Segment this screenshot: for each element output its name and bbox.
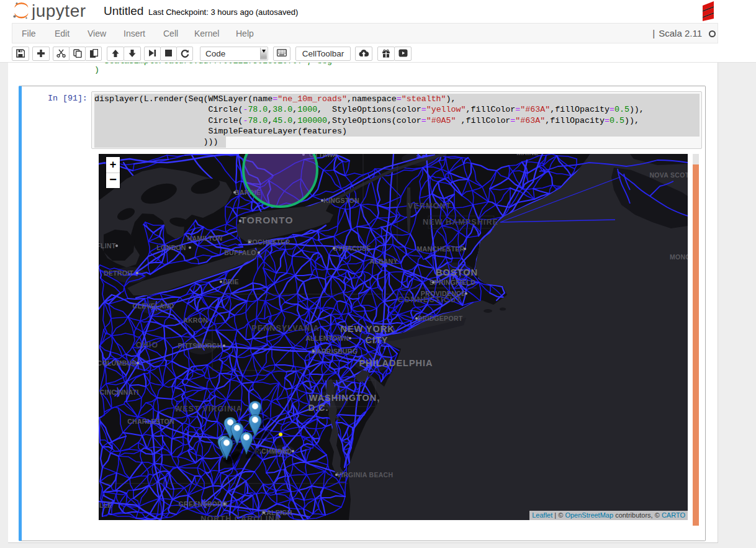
svg-text:ERIE: ERIE	[223, 278, 239, 285]
svg-text:CLEVELAND: CLEVELAND	[133, 302, 174, 310]
svg-text:FLINT: FLINT	[99, 242, 116, 249]
svg-text:CONNECTICUT: CONNECTICUT	[397, 295, 461, 304]
svg-text:VERMONT: VERMONT	[408, 202, 451, 210]
svg-text:MANCHESTER: MANCHESTER	[416, 245, 464, 253]
svg-text:ALLENTOWN: ALLENTOWN	[305, 335, 349, 342]
svg-text:ALBANY: ALBANY	[369, 258, 398, 265]
svg-text:PITTSBURGH: PITTSBURGH	[178, 342, 222, 349]
svg-text:D.C.: D.C.	[308, 403, 329, 413]
svg-text:KINGSTON: KINGSTON	[323, 197, 359, 204]
svg-text:KNOXVILLE: KNOXVILLE	[99, 501, 112, 509]
svg-text:jupyter: jupyter	[31, 1, 86, 20]
svg-text:NEW YORK: NEW YORK	[340, 324, 395, 334]
svg-text:BRIDGEPORT: BRIDGEPORT	[417, 315, 462, 322]
svg-text:LONDON: LONDON	[156, 244, 186, 251]
svg-text:TORONTO: TORONTO	[240, 215, 293, 225]
svg-text:PENNSYLVANIA: PENNSYLVANIA	[251, 324, 319, 333]
svg-text:NOVA SCOTIA: NOVA SCOTIA	[649, 171, 688, 179]
svg-text:VIRGINIA BEACH: VIRGINIA BEACH	[337, 471, 394, 478]
svg-text:WASHINGTON,: WASHINGTON,	[309, 393, 380, 403]
svg-text:SYRACUSE: SYRACUSE	[333, 245, 371, 252]
svg-text:MONCTON: MONCTON	[670, 253, 688, 261]
svg-text:NEW HAMPSHIRE: NEW HAMPSHIRE	[423, 218, 498, 227]
svg-text:CINCINNATI: CINCINNATI	[100, 389, 139, 396]
svg-text:NORTH CAROLINA: NORTH CAROLINA	[200, 514, 281, 520]
svg-text:SPRINGFIELD: SPRINGFIELD	[430, 279, 475, 286]
svg-text:BOSTON: BOSTON	[436, 267, 478, 277]
svg-text:GREENSBORO: GREENSBORO	[179, 500, 228, 508]
svg-text:AKRON: AKRON	[183, 317, 208, 324]
svg-text:CITY: CITY	[365, 335, 388, 345]
svg-text:HARRISBURG: HARRISBURG	[312, 348, 358, 355]
svg-text:MAINE: MAINE	[516, 154, 538, 156]
svg-text:ROCHESTER: ROCHESTER	[248, 238, 290, 246]
svg-text:HAMILTON: HAMILTON	[187, 235, 223, 242]
svg-text:WEST VIRGINIA: WEST VIRGINIA	[174, 405, 242, 413]
svg-text:OHIO: OHIO	[136, 341, 158, 349]
svg-text:CHARLESTON: CHARLESTON	[127, 418, 174, 425]
svg-text:DETROIT: DETROIT	[104, 269, 133, 277]
svg-text:BUFFALO: BUFFALO	[224, 249, 256, 256]
svg-text:PHILADELPHIA: PHILADELPHIA	[359, 358, 433, 368]
svg-text:COLUMBUS: COLUMBUS	[99, 359, 137, 367]
